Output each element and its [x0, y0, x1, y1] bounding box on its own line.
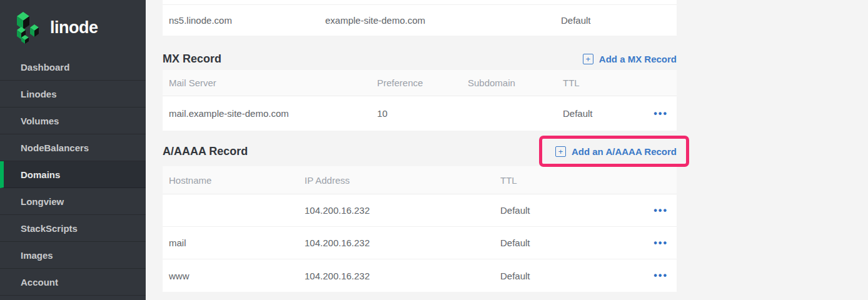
ns-record-table-fragment: ns5.linode.com example-site-demo.com Def…	[163, 0, 677, 36]
aaaa-header-ip-address: IP Address	[298, 175, 494, 186]
aaaa-ip-cell: 104.200.16.232	[298, 238, 494, 248]
aaaa-section-title: A/AAAA Record	[163, 145, 248, 158]
mx-section-title: MX Record	[163, 52, 221, 66]
add-mx-record-label: Add a MX Record	[599, 54, 677, 64]
aaaa-section-header: A/AAAA Record + Add an A/AAAA Record	[163, 140, 677, 163]
table-row: 104.200.16.232 Default •••	[163, 194, 677, 227]
ns-subdomain-cell: example-site-demo.com	[319, 15, 555, 26]
plus-square-icon: +	[583, 54, 593, 64]
sidebar: linode Dashboard Linodes Volumes NodeBal…	[0, 0, 146, 300]
sidebar-item-account[interactable]: Account	[0, 269, 146, 296]
mx-header-ttl: TTL	[557, 78, 632, 88]
sidebar-item-images[interactable]: Images	[0, 242, 146, 269]
ellipsis-menu-icon[interactable]: •••	[654, 205, 668, 216]
aaaa-record-table: Hostname IP Address TTL 104.200.16.232 D…	[163, 166, 677, 292]
plus-square-icon: +	[555, 146, 566, 157]
aaaa-ttl-cell: Default	[494, 238, 632, 248]
mx-preference-cell: 10	[371, 108, 462, 119]
aaaa-table-header-row: Hostname IP Address TTL	[163, 166, 677, 194]
mx-header-subdomain: Subdomain	[462, 78, 557, 88]
ellipsis-menu-icon[interactable]: •••	[654, 270, 668, 281]
table-row: mail 104.200.16.232 Default •••	[163, 227, 677, 259]
mx-mail-server-cell: mail.example-site-demo.com	[163, 108, 371, 119]
sidebar-item-longview[interactable]: Longview	[0, 188, 146, 215]
ellipsis-menu-icon[interactable]: •••	[654, 108, 668, 119]
sidebar-nav: Dashboard Linodes Volumes NodeBalancers …	[0, 54, 146, 296]
linode-cubes-icon	[16, 11, 43, 44]
aaaa-hostname-cell: mail	[163, 238, 298, 248]
mx-record-table: Mail Server Preference Subdomain TTL mai…	[163, 70, 677, 131]
table-row: ns5.linode.com example-site-demo.com Def…	[163, 5, 677, 35]
sidebar-item-linodes[interactable]: Linodes	[0, 81, 146, 108]
mx-header-preference: Preference	[371, 78, 462, 88]
brand-wordmark: linode	[50, 18, 98, 38]
linode-manager: linode Dashboard Linodes Volumes NodeBal…	[0, 0, 868, 300]
ns-row-divider	[163, 0, 677, 5]
aaaa-ttl-cell: Default	[494, 205, 632, 216]
sidebar-item-nodebalancers[interactable]: NodeBalancers	[0, 134, 146, 161]
add-mx-record-button[interactable]: + Add a MX Record	[583, 54, 677, 64]
sidebar-item-dashboard[interactable]: Dashboard	[0, 54, 146, 81]
sidebar-item-volumes[interactable]: Volumes	[0, 108, 146, 134]
aaaa-header-ttl: TTL	[494, 175, 632, 186]
aaaa-ip-cell: 104.200.16.232	[298, 271, 494, 281]
sidebar-item-domains[interactable]: Domains	[0, 161, 146, 188]
add-aaaa-record-label: Add an A/AAAA Record	[572, 146, 677, 157]
ns-name-server-cell: ns5.linode.com	[163, 15, 319, 26]
sidebar-item-stackscripts[interactable]: StackScripts	[0, 215, 146, 242]
mx-header-mail-server: Mail Server	[163, 78, 371, 88]
ns-ttl-cell: Default	[555, 15, 677, 26]
aaaa-header-hostname: Hostname	[163, 175, 298, 186]
mx-ttl-cell: Default	[557, 108, 632, 119]
table-row: mail.example-site-demo.com 10 Default ••…	[163, 96, 677, 131]
aaaa-ttl-cell: Default	[494, 271, 632, 281]
main-content: ns5.linode.com example-site-demo.com Def…	[146, 0, 868, 300]
mx-table-header-row: Mail Server Preference Subdomain TTL	[163, 70, 677, 96]
aaaa-hostname-cell: www	[163, 271, 298, 281]
ellipsis-menu-icon[interactable]: •••	[654, 238, 668, 248]
linode-logo[interactable]: linode	[0, 0, 146, 45]
table-row: www 104.200.16.232 Default •••	[163, 259, 677, 292]
add-aaaa-record-button[interactable]: + Add an A/AAAA Record	[555, 146, 677, 157]
aaaa-ip-cell: 104.200.16.232	[298, 205, 494, 216]
mx-section-header: MX Record + Add a MX Record	[163, 48, 677, 70]
